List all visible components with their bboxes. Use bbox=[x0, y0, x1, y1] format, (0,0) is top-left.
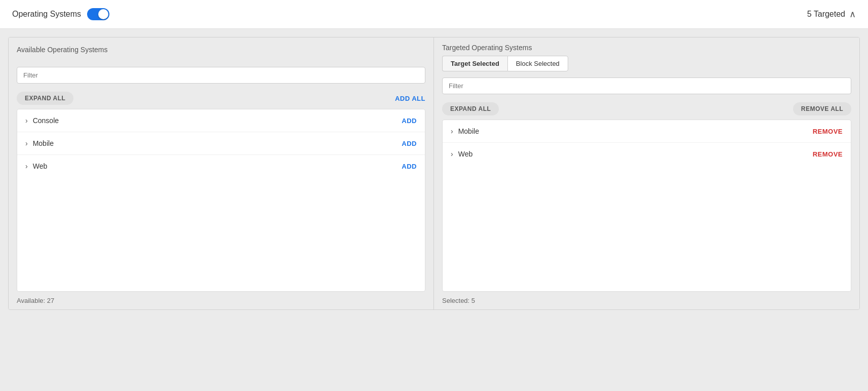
item-name: Web bbox=[33, 162, 48, 170]
targeted-actions-row: EXPAND ALL REMOVE ALL bbox=[434, 98, 859, 120]
list-item-left: › Mobile bbox=[25, 139, 54, 147]
targeted-filter-row bbox=[434, 73, 859, 98]
toggle-track bbox=[87, 8, 109, 20]
panels-container: Available Operating Systems EXPAND ALL A… bbox=[8, 37, 860, 310]
targeted-expand-all-button[interactable]: EXPAND ALL bbox=[442, 102, 499, 115]
list-item: › Web REMOVE bbox=[443, 143, 851, 165]
toggle-switch[interactable] bbox=[87, 8, 109, 20]
list-item: › Console ADD bbox=[17, 109, 425, 132]
available-panel-title: Available Operating Systems bbox=[17, 46, 108, 54]
available-filter-row bbox=[9, 63, 433, 88]
available-expand-all-button[interactable]: EXPAND ALL bbox=[17, 92, 73, 105]
tab-buttons: Target Selected Block Selected bbox=[442, 56, 851, 71]
remove-item-button[interactable]: REMOVE bbox=[813, 150, 843, 158]
targeted-footer: Selected: 5 bbox=[434, 292, 859, 309]
available-add-all-button[interactable]: ADD ALL bbox=[395, 95, 425, 102]
targeted-filter-input[interactable] bbox=[442, 77, 851, 94]
item-name: Mobile bbox=[458, 127, 479, 135]
add-item-button[interactable]: ADD bbox=[402, 117, 417, 125]
page-title: Operating Systems bbox=[12, 10, 81, 19]
targeted-count: 5 Targeted ∧ bbox=[807, 9, 856, 20]
chevron-right-icon[interactable]: › bbox=[451, 150, 453, 158]
chevron-right-icon[interactable]: › bbox=[451, 127, 453, 135]
targeted-panel-header: Targeted Operating Systems Target Select… bbox=[434, 37, 859, 73]
collapse-icon[interactable]: ∧ bbox=[849, 9, 856, 20]
targeted-label: 5 Targeted bbox=[807, 10, 845, 19]
tab-target-selected[interactable]: Target Selected bbox=[442, 56, 507, 71]
chevron-right-icon[interactable]: › bbox=[25, 162, 28, 170]
available-list: › Console ADD › Mobile ADD › Web ADD bbox=[17, 109, 425, 292]
main-content: Available Operating Systems EXPAND ALL A… bbox=[0, 29, 868, 391]
item-name: Console bbox=[33, 116, 59, 125]
tab-block-selected[interactable]: Block Selected bbox=[507, 56, 568, 71]
top-bar-left: Operating Systems bbox=[12, 8, 109, 20]
targeted-panel-title: Targeted Operating Systems bbox=[442, 44, 851, 52]
toggle-thumb bbox=[98, 9, 108, 19]
list-item-left: › Mobile bbox=[451, 127, 479, 135]
list-item: › Mobile ADD bbox=[17, 132, 425, 155]
remove-item-button[interactable]: REMOVE bbox=[813, 128, 843, 135]
targeted-panel: Targeted Operating Systems Target Select… bbox=[434, 37, 859, 309]
available-footer: Available: 27 bbox=[9, 292, 433, 309]
chevron-right-icon[interactable]: › bbox=[25, 116, 28, 125]
list-item: › Web ADD bbox=[17, 155, 425, 177]
list-item-left: › Console bbox=[25, 116, 59, 125]
available-filter-input[interactable] bbox=[17, 67, 425, 84]
list-item-left: › Web bbox=[451, 150, 472, 158]
chevron-right-icon[interactable]: › bbox=[25, 139, 28, 147]
selected-count: Selected: 5 bbox=[442, 297, 475, 304]
targeted-remove-all-button[interactable]: REMOVE ALL bbox=[793, 102, 851, 115]
available-actions-row: EXPAND ALL ADD ALL bbox=[9, 88, 433, 109]
list-item-left: › Web bbox=[25, 162, 47, 170]
targeted-list: › Mobile REMOVE › Web REMOVE bbox=[442, 120, 851, 292]
top-bar: Operating Systems 5 Targeted ∧ bbox=[0, 0, 868, 29]
available-count: Available: 27 bbox=[17, 297, 54, 304]
available-panel: Available Operating Systems EXPAND ALL A… bbox=[9, 37, 434, 309]
item-name: Web bbox=[458, 150, 473, 158]
item-name: Mobile bbox=[33, 139, 54, 147]
add-item-button[interactable]: ADD bbox=[402, 140, 417, 147]
add-item-button[interactable]: ADD bbox=[402, 163, 417, 170]
list-item: › Mobile REMOVE bbox=[443, 120, 851, 143]
available-panel-header: Available Operating Systems bbox=[9, 37, 433, 63]
